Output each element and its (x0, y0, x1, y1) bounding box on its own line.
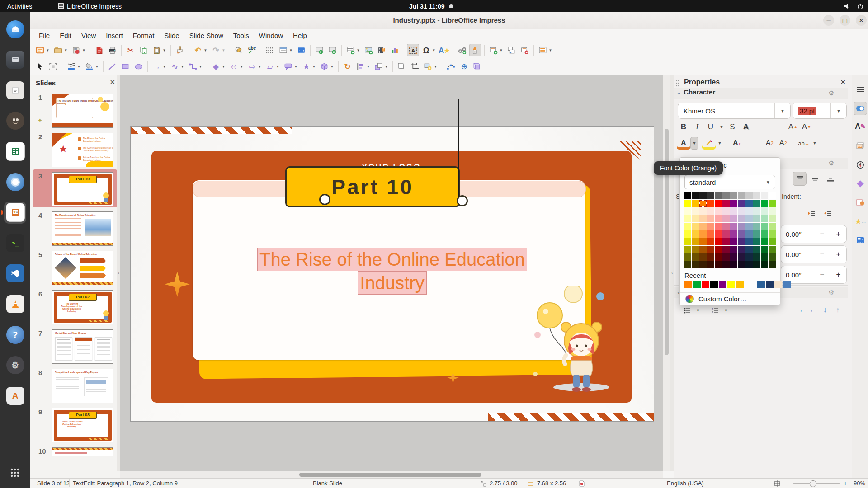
palette-color-6-2[interactable] (699, 238, 707, 245)
slide-canvas[interactable]: YOUR LOGO Part 10 The Rise of the Online… (120, 75, 663, 471)
zoom-slider-track[interactable] (793, 483, 840, 484)
copy-button[interactable] (137, 44, 150, 56)
dock-gimp-icon[interactable] (4, 110, 26, 132)
highlight-color-dropdown-arrow[interactable]: ▼ (716, 137, 724, 150)
palette-color-6-10[interactable] (761, 238, 768, 245)
palette-color-6-6[interactable] (730, 238, 737, 245)
symbol-shapes-dropdown-arrow[interactable]: ▼ (239, 65, 244, 69)
special-character-button[interactable]: Ω▼ (420, 44, 437, 56)
palette-color-2-0[interactable] (684, 207, 691, 215)
palette-color-6-8[interactable] (745, 238, 753, 245)
fill-color-button[interactable]: ▼ (83, 61, 100, 73)
palette-color-4-11[interactable] (769, 223, 776, 230)
slide-thumbnail-row-1[interactable]: 1 The Rise and Future Trends of the Onli… (33, 91, 117, 129)
snap-guides-button[interactable] (295, 44, 307, 56)
palette-select-arrow[interactable]: ▼ (761, 180, 775, 185)
palette-color-5-8[interactable] (745, 230, 753, 238)
palette-color-6-7[interactable] (738, 238, 745, 245)
part-title-sign[interactable]: Part 10 (285, 166, 460, 207)
dock-settings-icon[interactable]: ⚙ (4, 354, 26, 376)
recent-color-8[interactable] (766, 281, 774, 288)
callout-shapes-button[interactable]: ▼ (282, 61, 299, 73)
palette-color-9-9[interactable] (753, 261, 760, 268)
slide-layout-button[interactable]: ▼ (537, 44, 554, 56)
recent-color-7[interactable] (757, 281, 765, 288)
rectangle-button[interactable] (119, 61, 132, 73)
insert-chart-button[interactable] (389, 44, 401, 56)
palette-color-8-1[interactable] (692, 253, 699, 261)
toggle-extrusion-button[interactable] (471, 61, 483, 73)
redo-dropdown-arrow[interactable]: ▼ (221, 48, 226, 52)
palette-color-5-11[interactable] (769, 230, 776, 238)
indent-spinbox-2[interactable]: 0.00″−+ (781, 245, 847, 263)
zoom-slider-thumb[interactable] (810, 480, 816, 487)
menu-format[interactable]: Format (128, 30, 160, 41)
slide-thumbnail-row-10[interactable]: 10 (33, 445, 117, 456)
palette-color-0-0[interactable] (684, 192, 691, 199)
girl-with-balloons-illustration[interactable] (526, 286, 622, 398)
dock-chromium-icon[interactable] (4, 171, 26, 193)
clear-formatting-button[interactable]: A◗ (730, 137, 744, 150)
palette-color-2-4[interactable] (715, 207, 722, 215)
slide-thumbnail-row-5[interactable]: 5 Drivers of the Rise of Online Educatio… (33, 248, 117, 286)
palette-color-1-7[interactable] (738, 200, 745, 207)
master-slides-tab[interactable] (854, 233, 867, 247)
horizontal-scrollbar[interactable] (120, 471, 663, 478)
star-shapes-button[interactable]: ★▼ (300, 61, 317, 73)
maximize-button[interactable]: ▢ (840, 15, 850, 26)
align-center-vertical-button[interactable] (808, 172, 822, 186)
line-color-button[interactable]: ▼ (65, 61, 82, 73)
indent-spinbox-1[interactable]: 0.00″−+ (781, 225, 847, 243)
palette-color-8-5[interactable] (722, 253, 730, 261)
custom-color-button[interactable]: Custom Color… (680, 292, 780, 305)
recent-color-9[interactable] (774, 281, 782, 288)
connectors-button[interactable]: ▼ (187, 61, 204, 73)
palette-color-7-0[interactable] (684, 246, 691, 253)
insert-media-button[interactable] (376, 44, 388, 56)
status-cursor-position[interactable]: 2.75 / 3.00 (490, 480, 517, 487)
palette-color-6-9[interactable] (753, 238, 760, 245)
sidebar-settings-tab[interactable] (854, 83, 867, 96)
new-presentation-dropdown-arrow[interactable]: ▼ (45, 48, 50, 52)
select-button[interactable] (34, 61, 46, 73)
insert-table-button[interactable]: ▼ (344, 44, 362, 56)
new-presentation-button[interactable]: ▼ (34, 44, 51, 56)
palette-color-2-10[interactable] (761, 207, 768, 215)
lists-section-gear-icon[interactable]: ⚙ (828, 289, 834, 296)
print-button[interactable] (106, 44, 118, 56)
palette-color-5-6[interactable] (730, 230, 737, 238)
palette-color-0-11[interactable] (769, 192, 776, 199)
activities-button[interactable]: Activities (7, 3, 32, 10)
align-objects-button[interactable]: ▼ (354, 61, 372, 73)
basic-shapes-dropdown-arrow[interactable]: ▼ (221, 65, 226, 69)
dock-software-icon[interactable]: A (4, 385, 26, 407)
palette-color-8-8[interactable] (745, 253, 753, 261)
recent-color-6[interactable] (736, 281, 744, 288)
character-section-header[interactable]: ⌄Character ⚙ (674, 88, 848, 99)
palette-color-1-1[interactable] (692, 200, 699, 207)
palette-color-3-1[interactable] (692, 215, 699, 222)
slide-thumbnail-10[interactable] (52, 447, 113, 456)
palette-color-5-3[interactable] (707, 230, 714, 238)
cut-button[interactable]: ✂ (124, 44, 137, 56)
indent-value-1[interactable]: 0.00″ (781, 230, 814, 238)
lines-and-arrows-dropdown-arrow[interactable]: ▼ (162, 65, 167, 69)
palette-color-0-10[interactable] (761, 192, 768, 199)
curves-polygons-dropdown-arrow[interactable]: ▼ (180, 65, 185, 69)
undo-dropdown-arrow[interactable]: ▼ (203, 48, 208, 52)
shapes-tab[interactable]: ◆ (854, 176, 867, 190)
slide-thumbnail-row-9[interactable]: 9 Part 03 Future Trends of the Online Ed… (33, 405, 117, 443)
align-top-button[interactable] (793, 172, 807, 186)
slide-thumbnail-6[interactable]: Part 02 The Current Development of the O… (52, 290, 113, 324)
palette-color-8-6[interactable] (730, 253, 737, 261)
palette-color-1-5[interactable] (722, 200, 730, 207)
palette-color-4-1[interactable] (692, 223, 699, 230)
indent-value-2[interactable]: 0.00″ (781, 251, 814, 258)
ordered-list-button[interactable]: 12 (708, 304, 722, 317)
dock-vlc-icon[interactable] (4, 293, 26, 315)
font-color-button[interactable]: A (677, 137, 690, 150)
palette-color-9-8[interactable] (745, 261, 753, 268)
palette-color-5-5[interactable] (722, 230, 730, 238)
status-zoom-level[interactable]: 90% (854, 480, 865, 487)
palette-color-4-5[interactable] (722, 223, 730, 230)
